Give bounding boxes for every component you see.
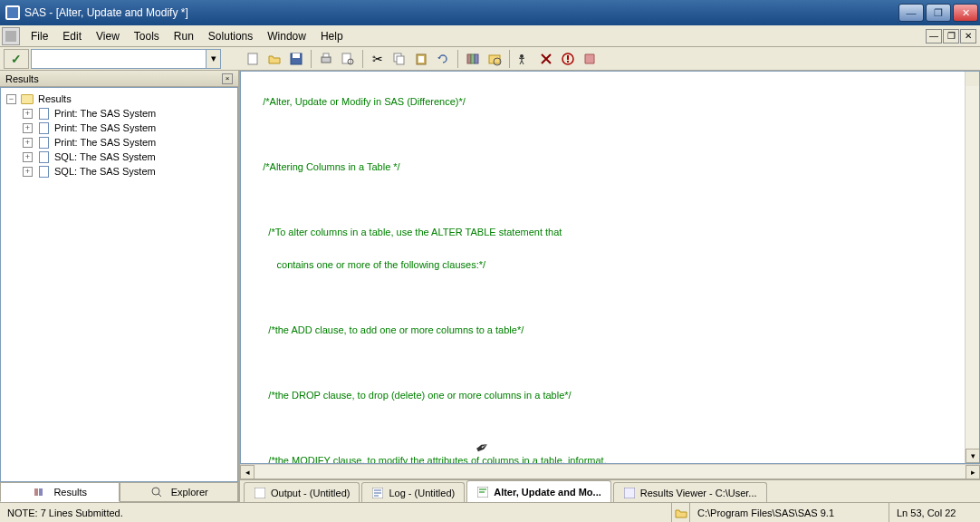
editor-tabs: Output - (Untitled) Log - (Untitled) Alt… — [240, 478, 980, 502]
results-tree[interactable]: − Results + Print: The SAS System + Prin… — [0, 87, 238, 482]
command-box[interactable]: ▾ — [31, 49, 221, 69]
mdi-restore-button[interactable]: ❐ — [943, 29, 959, 44]
explorer-icon — [149, 486, 164, 498]
svg-rect-12 — [418, 56, 424, 63]
svg-rect-13 — [467, 54, 471, 63]
document-icon — [36, 121, 51, 134]
svg-rect-15 — [475, 54, 478, 63]
tree-item-label: Print: The SAS System — [54, 137, 156, 148]
results-viewer-icon — [623, 487, 636, 499]
expand-icon[interactable]: + — [23, 123, 33, 133]
results-tab[interactable]: Results — [0, 483, 120, 502]
svg-rect-0 — [7, 7, 18, 18]
tree-root-results[interactable]: − Results — [5, 92, 237, 106]
command-dropdown-button[interactable]: ▾ — [206, 50, 220, 68]
break-button[interactable] — [558, 49, 578, 69]
app-icon — [5, 5, 20, 20]
cut-button[interactable]: ✂ — [368, 49, 388, 69]
help-button[interactable] — [580, 49, 600, 69]
results-panel-header: Results × — [0, 71, 238, 87]
menu-solutions[interactable]: Solutions — [201, 28, 260, 44]
svg-rect-4 — [293, 53, 300, 58]
vertical-scrollbar[interactable]: ▴ ▾ — [965, 72, 979, 463]
folder-icon — [20, 92, 34, 105]
scroll-left-button[interactable]: ◂ — [240, 465, 255, 479]
copy-button[interactable] — [389, 49, 409, 69]
clear-button[interactable] — [536, 49, 556, 69]
results-panel: Results × − Results + Print: The SAS Sys… — [0, 71, 240, 502]
maximize-button[interactable]: ❐ — [926, 4, 951, 22]
expand-icon[interactable]: + — [23, 109, 33, 119]
submit-check-button[interactable]: ✓ — [4, 49, 29, 69]
print-preview-button[interactable] — [338, 49, 358, 69]
menu-tools[interactable]: Tools — [127, 28, 167, 44]
editor-icon — [476, 486, 489, 498]
expand-icon[interactable]: + — [23, 167, 33, 177]
submit-button[interactable] — [514, 49, 534, 69]
open-button[interactable] — [264, 49, 284, 69]
panel-pin-button[interactable]: × — [222, 73, 233, 84]
status-cursor-position: Ln 53, Col 22 — [889, 503, 980, 522]
svg-rect-22 — [34, 488, 38, 496]
minimize-button[interactable]: — — [898, 4, 924, 22]
expand-icon[interactable]: + — [23, 152, 33, 162]
tab-editor[interactable]: Alter, Update and Mo... — [466, 480, 611, 502]
document-icon — [36, 107, 51, 120]
explorer-button[interactable] — [485, 49, 504, 69]
menu-edit[interactable]: Edit — [55, 28, 89, 44]
tab-output[interactable]: Output - (Untitled) — [244, 482, 360, 502]
scroll-down-button[interactable]: ▾ — [966, 449, 980, 463]
tab-log[interactable]: Log - (Untitled) — [361, 482, 465, 502]
explorer-tab-label: Explorer — [171, 487, 208, 498]
menu-run[interactable]: Run — [167, 28, 201, 44]
output-icon — [254, 487, 266, 499]
svg-rect-1 — [5, 31, 16, 42]
horizontal-scrollbar[interactable]: ◂ ▸ — [240, 464, 980, 478]
svg-rect-20 — [567, 55, 569, 60]
tree-item-label: SQL: The SAS System — [54, 166, 156, 177]
tree-item-print[interactable]: + Print: The SAS System — [5, 106, 237, 121]
svg-rect-2 — [248, 53, 257, 64]
print-button[interactable] — [316, 49, 336, 69]
svg-point-18 — [520, 54, 524, 58]
menu-help[interactable]: Help — [313, 28, 351, 44]
paste-button[interactable] — [411, 49, 431, 69]
tab-results-viewer[interactable]: Results Viewer - C:\User... — [613, 482, 767, 502]
status-bar: NOTE: 7 Lines Submitted. C:\Program File… — [0, 502, 980, 522]
tree-root-label: Results — [38, 93, 72, 104]
tree-item-label: Print: The SAS System — [54, 108, 156, 119]
expand-icon[interactable]: + — [23, 138, 33, 148]
status-message: NOTE: 7 Lines Submitted. — [0, 503, 672, 522]
undo-button[interactable] — [433, 49, 453, 69]
svg-rect-28 — [624, 488, 635, 498]
svg-rect-25 — [255, 488, 265, 498]
results-icon — [32, 486, 46, 498]
menu-window[interactable]: Window — [260, 28, 313, 44]
scroll-right-button[interactable]: ▸ — [966, 465, 980, 479]
save-button[interactable] — [286, 49, 306, 69]
svg-rect-14 — [471, 54, 475, 63]
tree-item-sql[interactable]: + SQL: The SAS System — [5, 150, 237, 164]
window-title: SAS - [Alter, Update and Modify *] — [24, 6, 898, 19]
libraries-button[interactable] — [463, 49, 483, 69]
close-button[interactable]: ✕ — [953, 4, 978, 22]
tree-item-print[interactable]: + Print: The SAS System — [5, 121, 237, 135]
results-panel-title: Results — [5, 73, 39, 84]
mdi-close-button[interactable]: ✕ — [960, 29, 976, 44]
code-editor[interactable]: /*Alter, Update or Modify in SAS (Differ… — [240, 71, 980, 464]
svg-rect-6 — [323, 53, 329, 57]
tab-results-label: Results Viewer - C:\User... — [640, 488, 757, 498]
mdi-minimize-button[interactable]: — — [926, 29, 942, 44]
results-tab-label: Results — [53, 487, 87, 498]
tab-output-label: Output - (Untitled) — [271, 488, 350, 498]
tree-item-print[interactable]: + Print: The SAS System — [5, 135, 237, 150]
explorer-tab[interactable]: Explorer — [120, 483, 239, 502]
sas-menu-icon[interactable] — [2, 27, 20, 45]
menu-file[interactable]: File — [24, 28, 55, 44]
new-button[interactable] — [243, 49, 263, 69]
collapse-icon[interactable]: − — [6, 94, 16, 104]
menu-view[interactable]: View — [89, 28, 127, 44]
document-icon — [36, 165, 51, 178]
tree-item-sql[interactable]: + SQL: The SAS System — [5, 164, 237, 179]
log-icon — [371, 487, 384, 499]
